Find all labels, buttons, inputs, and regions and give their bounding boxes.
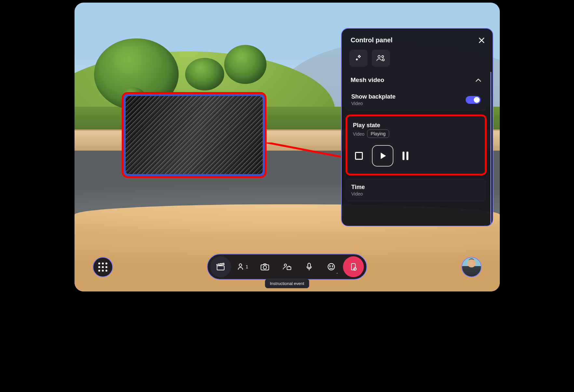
time-sub: Video: [351, 191, 481, 196]
chevron-up-icon: ⌃: [336, 272, 338, 276]
world-video-content: [126, 96, 263, 174]
control-panel: Control panel: [341, 28, 493, 226]
tree: [224, 45, 266, 84]
chevron-up-icon: [475, 78, 481, 82]
play-state-card: Play state Video Playing: [346, 115, 486, 175]
avatar-button[interactable]: [461, 257, 482, 277]
svg-point-5: [239, 264, 242, 266]
stop-button[interactable]: [355, 152, 363, 160]
section-mesh-video[interactable]: Mesh video: [346, 72, 486, 88]
reactions-button[interactable]: ⌃: [321, 256, 342, 277]
smiley-icon: [327, 263, 335, 271]
world-video-screen[interactable]: [122, 92, 266, 178]
leave-button[interactable]: [343, 256, 364, 277]
menu-button[interactable]: [93, 257, 113, 277]
camera-icon: [260, 263, 269, 271]
playstate-sub: Video: [353, 131, 365, 137]
show-backplate-card: Show backplate Video: [346, 88, 486, 111]
tree: [185, 58, 224, 90]
camera-button[interactable]: [254, 256, 275, 277]
play-button[interactable]: [372, 145, 393, 167]
section-title: Mesh video: [351, 76, 384, 84]
grid-icon: [98, 263, 107, 272]
participants-tab[interactable]: [372, 50, 390, 67]
clapper-button[interactable]: [210, 256, 231, 277]
leave-icon: [349, 263, 357, 271]
time-title: Time: [351, 184, 481, 191]
panel-title: Control panel: [351, 36, 393, 44]
stop-icon: [355, 152, 363, 160]
backplate-toggle[interactable]: [466, 96, 481, 104]
people-share-icon: [282, 263, 292, 271]
backplate-title: Show backplate: [351, 93, 396, 100]
svg-point-12: [330, 266, 330, 266]
svg-rect-4: [217, 266, 224, 270]
svg-point-7: [263, 266, 266, 269]
bottom-toolbar: 1: [207, 254, 367, 280]
time-card: Time Video: [346, 179, 486, 202]
svg-point-13: [332, 266, 333, 266]
svg-point-1: [378, 56, 380, 58]
mic-button[interactable]: [299, 256, 320, 277]
play-icon: [381, 153, 386, 159]
svg-rect-10: [308, 263, 310, 268]
clapperboard-icon: [216, 263, 225, 271]
notifications-tab[interactable]: [349, 50, 368, 67]
people-count: 1: [246, 264, 248, 269]
svg-point-8: [284, 264, 287, 266]
playstate-title: Play state: [353, 122, 479, 129]
people-button[interactable]: 1: [232, 256, 253, 277]
svg-point-2: [382, 56, 384, 58]
share-button[interactable]: [277, 256, 297, 277]
person-icon: [237, 263, 245, 271]
pause-button[interactable]: [403, 152, 408, 160]
toolbar-tooltip: Instructional event: [265, 279, 309, 288]
close-icon[interactable]: [478, 37, 485, 44]
microphone-icon: [306, 263, 312, 271]
backplate-sub: Video: [351, 101, 396, 106]
avatar-image: [462, 258, 481, 277]
environment-3d: Control panel: [75, 3, 500, 291]
playstate-badge: Playing: [367, 129, 389, 138]
pause-icon: [403, 152, 408, 160]
